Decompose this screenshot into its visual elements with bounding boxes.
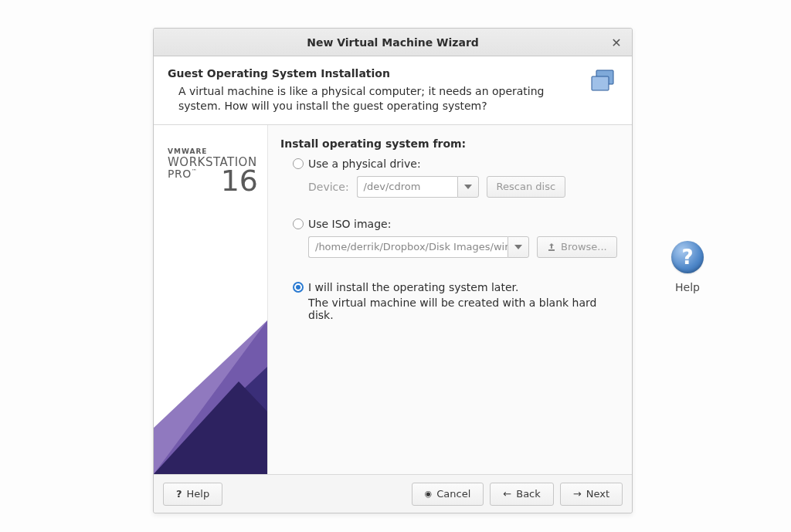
page-title: Guest Operating System Installation [168, 67, 578, 80]
iso-path-value: /home/derrik/Dropbox/Disk Images/windows… [308, 236, 508, 258]
vm-icon [587, 67, 618, 98]
radio-icon [293, 219, 304, 229]
arrow-right-icon: → [573, 488, 582, 500]
desktop-help-label: Help [663, 281, 712, 293]
option-physical-drive: Use a physical drive: Device: /dev/cdrom… [293, 158, 620, 198]
sidebar-branding: VMWARE WORKSTATION PRO™ 16 [154, 125, 268, 474]
help-icon: ? [671, 241, 704, 273]
svg-rect-5 [548, 249, 555, 251]
radio-icon [293, 282, 304, 293]
wizard-footer: ? Help ◉ Cancel ← Back → Next [154, 474, 632, 513]
close-icon: ✕ [611, 36, 621, 50]
back-button[interactable]: ← Back [490, 483, 553, 506]
close-button[interactable]: ✕ [607, 33, 626, 52]
device-combo[interactable]: /dev/cdrom [357, 176, 479, 198]
titlebar[interactable]: New Virtual Machine Wizard ✕ [154, 29, 632, 56]
rescan-disc-button[interactable]: Rescan disc [487, 176, 566, 198]
wizard-content: Install operating system from: Use a phy… [268, 125, 632, 474]
help-button[interactable]: ? Help [163, 483, 222, 506]
chevron-down-icon [464, 185, 472, 189]
stop-icon: ◉ [425, 489, 433, 499]
next-button[interactable]: → Next [560, 483, 623, 506]
page-description: A virtual machine is like a physical com… [178, 84, 578, 114]
chevron-down-icon [514, 245, 522, 249]
brand-pro: PRO™ [168, 168, 197, 180]
radio-label: Use ISO image: [308, 218, 391, 230]
arrow-left-icon: ← [503, 488, 511, 500]
iso-path-combo[interactable]: /home/derrik/Dropbox/Disk Images/windows… [308, 236, 529, 258]
browse-button[interactable]: Browse... [537, 236, 617, 258]
desktop-help-launcher[interactable]: ? Help [663, 241, 712, 293]
option-later-desc: The virtual machine will be created with… [308, 296, 620, 321]
brand-version: 16 [221, 164, 258, 198]
radio-install-later[interactable]: I will install the operating system late… [293, 281, 620, 293]
wizard-body: VMWARE WORKSTATION PRO™ 16 Install opera… [154, 125, 632, 474]
radio-icon [293, 158, 304, 169]
option-install-later: I will install the operating system late… [293, 281, 620, 321]
radio-physical-drive[interactable]: Use a physical drive: [293, 158, 620, 170]
wizard-dialog: New Virtual Machine Wizard ✕ Guest Opera… [153, 28, 633, 513]
question-icon: ? [176, 488, 182, 500]
section-title: Install operating system from: [280, 137, 620, 150]
radio-iso-image[interactable]: Use ISO image: [293, 218, 620, 230]
option-iso-image: Use ISO image: /home/derrik/Dropbox/Disk… [293, 218, 620, 258]
wizard-header: Guest Operating System Installation A vi… [154, 56, 632, 125]
cancel-button[interactable]: ◉ Cancel [412, 483, 484, 506]
device-value: /dev/cdrom [357, 176, 457, 198]
radio-label: I will install the operating system late… [308, 281, 518, 293]
device-label: Device: [308, 181, 349, 193]
device-dropdown-button[interactable] [457, 176, 479, 198]
window-title: New Virtual Machine Wizard [161, 36, 624, 49]
upload-icon [547, 242, 556, 252]
iso-dropdown-button[interactable] [508, 236, 529, 258]
svg-rect-1 [592, 76, 609, 90]
radio-label: Use a physical drive: [308, 158, 421, 170]
